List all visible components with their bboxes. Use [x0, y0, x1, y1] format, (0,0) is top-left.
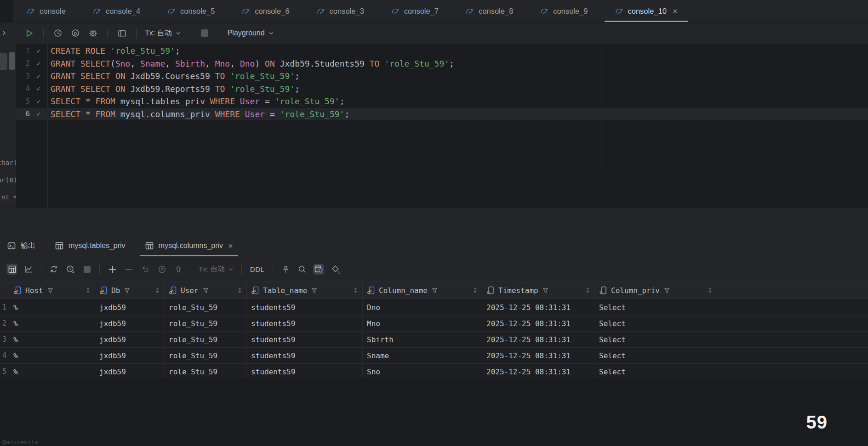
- layout-button[interactable]: [117, 28, 127, 38]
- cell[interactable]: students59: [247, 348, 363, 363]
- appearance-button[interactable]: [330, 264, 341, 275]
- refresh-button[interactable]: [48, 264, 59, 275]
- code-line-5[interactable]: 5✓SELECT * FROM mysql.tables_priv WHERE …: [16, 95, 868, 108]
- cell[interactable]: 2025-12-25 08:31:31: [482, 299, 595, 315]
- history-button[interactable]: [53, 28, 63, 38]
- sort-icon[interactable]: [707, 287, 713, 294]
- submit-button[interactable]: [156, 264, 167, 275]
- view-options-button[interactable]: [313, 264, 324, 275]
- find-button[interactable]: [297, 264, 308, 275]
- cell[interactable]: %: [9, 348, 95, 363]
- stop-button[interactable]: [200, 28, 210, 38]
- chart-view-button[interactable]: [23, 264, 34, 275]
- cell[interactable]: Sbirth: [363, 332, 482, 347]
- cell[interactable]: 2025-12-25 08:31:31: [482, 332, 595, 347]
- editor-tab-console_5[interactable]: console_5: [154, 0, 228, 22]
- column-header-Column_name[interactable]: Column_name: [363, 282, 482, 299]
- cell[interactable]: role_Stu_59: [165, 364, 247, 379]
- cell[interactable]: jxdb59: [95, 332, 165, 347]
- cell[interactable]: jxdb59: [95, 348, 165, 363]
- cell[interactable]: %: [9, 299, 95, 315]
- editor-tab-console[interactable]: console: [13, 0, 79, 22]
- cell[interactable]: role_Stu_59: [165, 316, 247, 331]
- cell[interactable]: jxdb59: [95, 364, 165, 379]
- upload-button[interactable]: [173, 264, 184, 275]
- filter-icon[interactable]: [46, 287, 54, 294]
- editor-tab-console_8[interactable]: console_8: [452, 0, 526, 22]
- cell[interactable]: Sname: [363, 348, 482, 363]
- editor-tab-console_6[interactable]: console_6: [228, 0, 303, 22]
- tx-mode-select[interactable]: Tx: 自动: [145, 28, 182, 38]
- add-row-button[interactable]: [107, 264, 118, 275]
- cell[interactable]: %: [9, 316, 95, 331]
- code-line-1[interactable]: 1✓CREATE ROLE 'role_Stu_59';: [16, 45, 868, 57]
- cell[interactable]: Select: [595, 348, 717, 363]
- cell[interactable]: Select: [595, 332, 717, 347]
- ddl-button[interactable]: DDL: [250, 265, 265, 273]
- cell[interactable]: %: [9, 364, 95, 379]
- column-header-Table_name[interactable]: Table_name: [247, 282, 363, 299]
- cell[interactable]: 2025-12-25 08:31:31: [482, 364, 595, 379]
- column-header-Host[interactable]: Host: [9, 282, 95, 299]
- close-icon[interactable]: [228, 243, 234, 249]
- filter-icon[interactable]: [542, 287, 549, 294]
- code-line-2[interactable]: 2✓GRANT SELECT(Sno, Sname, Sbirth, Mno, …: [16, 57, 868, 70]
- cell[interactable]: Sno: [363, 364, 482, 379]
- cell[interactable]: 2025-12-25 08:31:31: [482, 316, 595, 331]
- code-line-4[interactable]: 4✓GRANT SELECT ON Jxdb59.Reports59 TO 'r…: [16, 83, 868, 96]
- filter-icon[interactable]: [202, 287, 210, 294]
- grid-view-button[interactable]: [6, 264, 17, 275]
- sort-icon[interactable]: [237, 287, 243, 294]
- cell[interactable]: Select: [595, 364, 717, 379]
- playground-select[interactable]: Playground: [228, 29, 274, 37]
- filter-icon[interactable]: [123, 287, 131, 294]
- column-header-User[interactable]: User: [165, 282, 247, 299]
- cell[interactable]: jxdb59: [95, 299, 165, 315]
- sql-editor[interactable]: 1✓CREATE ROLE 'role_Stu_59';2✓GRANT SELE…: [0, 44, 868, 208]
- results-tab-mysql.columns_priv[interactable]: mysql.columns_priv: [145, 235, 234, 256]
- cell[interactable]: %: [9, 332, 95, 347]
- panel-expand-icon[interactable]: [0, 28, 8, 38]
- cell[interactable]: students59: [247, 364, 363, 379]
- results-tx-mode-select[interactable]: Tx: 自动: [199, 265, 234, 274]
- editor-tab-console_7[interactable]: console_7: [377, 0, 452, 22]
- filter-icon[interactable]: [310, 287, 318, 294]
- results-tab-mysql.tables_priv[interactable]: mysql.tables_priv: [55, 235, 126, 256]
- cell[interactable]: role_Stu_59: [165, 332, 247, 347]
- filter-icon[interactable]: [431, 287, 439, 294]
- sort-icon[interactable]: [353, 287, 359, 294]
- results-tab-输出[interactable]: 输出: [7, 235, 35, 256]
- run-button[interactable]: [24, 28, 34, 38]
- profiler-button[interactable]: p: [70, 28, 80, 38]
- cell[interactable]: Select: [595, 299, 717, 315]
- sort-icon[interactable]: [154, 287, 160, 294]
- sort-icon[interactable]: [85, 287, 91, 294]
- revert-button[interactable]: [140, 264, 151, 275]
- editor-tab-console_3[interactable]: console_3: [303, 0, 377, 22]
- cell[interactable]: students59: [247, 332, 363, 347]
- cell[interactable]: Select: [595, 316, 717, 331]
- column-header-Db[interactable]: Db: [95, 282, 165, 299]
- cell[interactable]: 2025-12-25 08:31:31: [482, 348, 595, 363]
- tab-close-button[interactable]: [672, 8, 678, 14]
- cell[interactable]: jxdb59: [95, 316, 165, 331]
- cell[interactable]: role_Stu_59: [165, 348, 247, 363]
- stop-query-button[interactable]: [81, 264, 92, 275]
- cell[interactable]: students59: [247, 299, 363, 315]
- editor-tab-console_9[interactable]: console_9: [526, 0, 601, 22]
- auto-refresh-button[interactable]: [65, 264, 76, 275]
- cell[interactable]: Mno: [363, 316, 482, 331]
- tab-close-button[interactable]: [228, 243, 234, 249]
- delete-row-button[interactable]: [123, 264, 134, 275]
- close-icon[interactable]: [672, 8, 678, 14]
- pin-tab-button[interactable]: [280, 264, 291, 275]
- code-line-6[interactable]: 6✓SELECT * FROM mysql.columns_priv WHERE…: [16, 108, 868, 121]
- cell[interactable]: role_Stu_59: [165, 299, 247, 315]
- editor-tab-console_4[interactable]: console_4: [79, 0, 154, 22]
- filter-icon[interactable]: [663, 287, 671, 294]
- sort-icon[interactable]: [472, 287, 478, 294]
- column-header-Timestamp[interactable]: Timestamp: [482, 282, 595, 299]
- editor-tab-console_10[interactable]: console_10: [601, 0, 691, 22]
- code-line-3[interactable]: 3✓GRANT SELECT ON Jxdb59.Courses59 TO 'r…: [16, 70, 868, 83]
- column-header-Column_priv[interactable]: Column_priv: [595, 282, 717, 299]
